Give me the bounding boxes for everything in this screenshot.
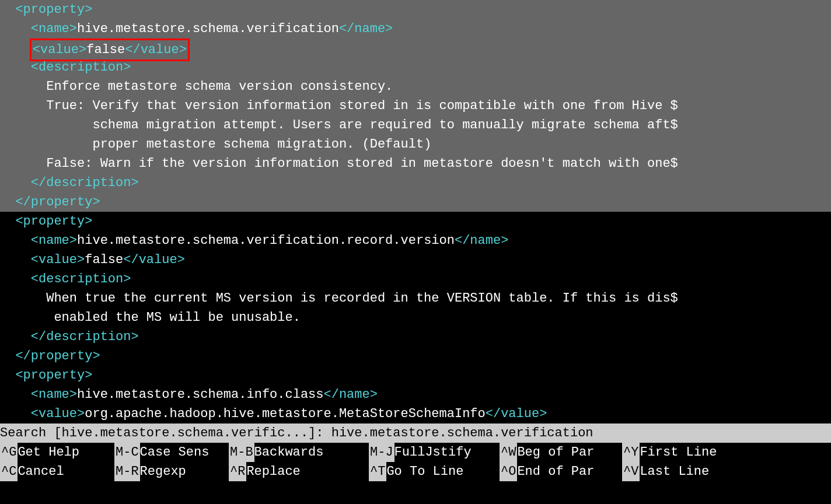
shortcut-fulljustify[interactable]: M-J FullJstify (369, 443, 500, 462)
code-line: <description> (0, 270, 831, 289)
code-line: <property> (0, 366, 831, 385)
menu-row-1: ^G Get Help M-C Case Sens M-B Backwards … (0, 443, 831, 462)
search-prompt[interactable]: Search [hive.metastore.schema.verific...… (0, 424, 831, 443)
code-line: When true the current MS version is reco… (0, 289, 831, 308)
code-line: </property> (0, 192, 831, 212)
code-line: <name>hive.metastore.schema.verification… (0, 231, 831, 250)
code-line: <description> (0, 58, 831, 77)
shortcut-last-line[interactable]: ^V Last Line (622, 462, 709, 481)
menu-row-2: ^C Cancel M-R Regexp ^R Replace ^T Go To… (0, 462, 831, 481)
shortcut-case-sens[interactable]: M-C Case Sens (114, 443, 229, 462)
shortcut-first-line[interactable]: ^Y First Line (622, 443, 717, 462)
code-line: <value>org.apache.hadoop.hive.metastore.… (0, 404, 831, 424)
code-line: <name>hive.metastore.schema.verification… (0, 19, 831, 38)
shortcut-end-of-par[interactable]: ^O End of Par (500, 462, 622, 481)
shortcut-get-help[interactable]: ^G Get Help (0, 443, 114, 462)
code-line: </description> (0, 327, 831, 346)
code-line: Enforce metastore schema version consist… (0, 77, 831, 96)
code-line: <name>hive.metastore.schema.info.class</… (0, 385, 831, 404)
code-line-highlighted: <value>false</value> (0, 38, 831, 58)
shortcut-menu: ^G Get Help M-C Case Sens M-B Backwards … (0, 443, 831, 481)
shortcut-go-to-line[interactable]: ^T Go To Line (369, 462, 500, 481)
code-line: False: Warn if the version information s… (0, 154, 831, 173)
code-line: schema migration attempt. Users are requ… (0, 116, 831, 135)
code-line: True: Verify that version information st… (0, 96, 831, 116)
shortcut-replace[interactable]: ^R Replace (229, 462, 369, 481)
code-line: proper metastore schema migration. (Defa… (0, 135, 831, 154)
code-line: <property> (0, 0, 831, 19)
shortcut-backwards[interactable]: M-B Backwards (229, 443, 369, 462)
editor-area[interactable]: <property> <name>hive.metastore.schema.v… (0, 0, 831, 424)
cursor (593, 425, 600, 440)
shortcut-cancel[interactable]: ^C Cancel (0, 462, 114, 481)
code-line: </property> (0, 346, 831, 366)
shortcut-beg-of-par[interactable]: ^W Beg of Par (500, 443, 622, 462)
code-line: </description> (0, 173, 831, 192)
shortcut-regexp[interactable]: M-R Regexp (114, 462, 229, 481)
code-line: <value>false</value> (0, 250, 831, 270)
code-line: <property> (0, 212, 831, 231)
code-line: enabled the MS will be unusable. (0, 308, 831, 327)
